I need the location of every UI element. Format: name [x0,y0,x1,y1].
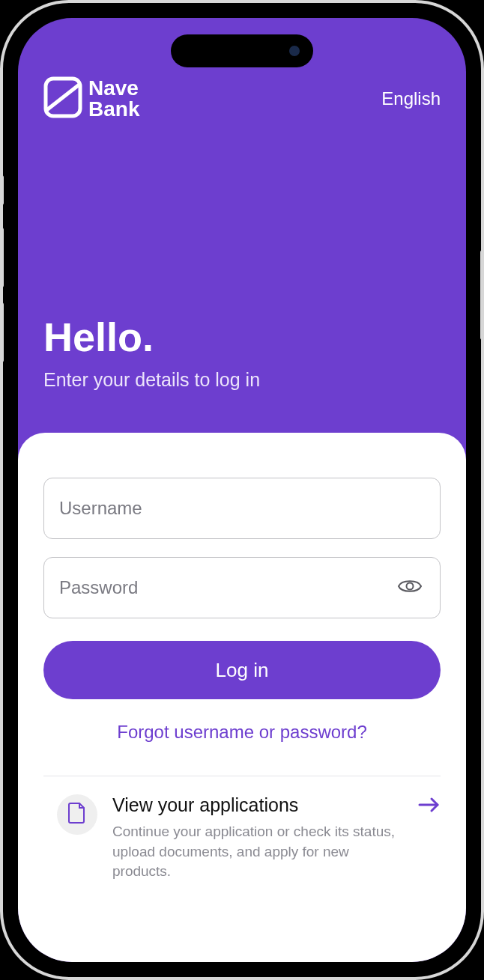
arrow-right-icon [418,796,441,817]
applications-description: Continue your application or check its s… [112,822,396,882]
brand-name: Nave Bank [88,78,139,120]
phone-side-button [0,228,4,287]
svg-point-1 [407,583,414,590]
app-screen: Nave Bank English Hello. Enter your deta… [18,18,466,962]
brand-name-line1: Nave [88,78,139,99]
username-input[interactable] [59,498,425,519]
page-subtitle: Enter your details to log in [43,369,441,391]
phone-side-button [0,302,4,362]
section-divider [43,776,441,776]
camera-dot-icon [289,46,300,56]
eye-icon [397,577,423,598]
document-icon-container [57,794,97,835]
password-field-wrapper[interactable] [43,557,441,618]
hero-section: Nave Bank English Hello. Enter your deta… [18,18,466,437]
phone-side-button [480,250,484,340]
view-applications-row[interactable]: View your applications Continue your app… [43,794,441,882]
brand: Nave Bank [43,76,139,121]
page-title: Hello. [43,314,441,360]
document-icon [67,802,87,827]
username-field-wrapper[interactable] [43,478,441,539]
nave-bank-logo-icon [43,76,82,121]
phone-frame: Nave Bank English Hello. Enter your deta… [0,0,484,980]
login-button[interactable]: Log in [43,641,441,699]
brand-name-line2: Bank [88,99,139,120]
phone-notch [171,34,313,67]
applications-title: View your applications [112,794,396,816]
login-card: Log in Forgot username or password? View… [18,433,466,962]
language-selector[interactable]: English [381,88,441,109]
forgot-credentials-link[interactable]: Forgot username or password? [43,722,441,743]
phone-side-button [0,175,4,205]
password-input[interactable] [59,577,395,598]
toggle-password-visibility[interactable] [395,577,425,598]
